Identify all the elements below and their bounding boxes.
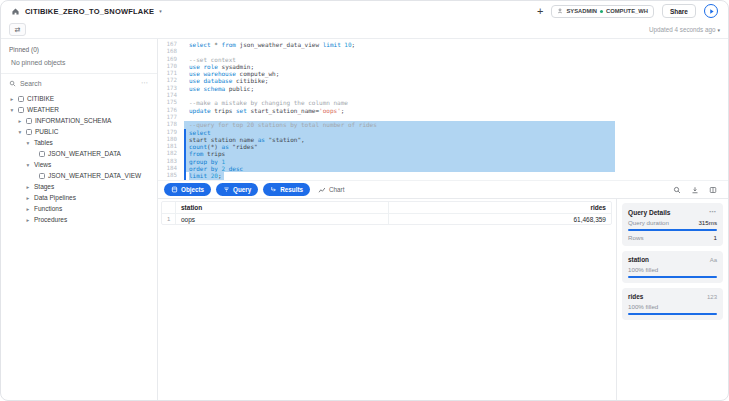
editor-line[interactable]: 182from trips (158, 150, 728, 157)
code-text: use database citibike; (184, 77, 615, 84)
editor-line[interactable]: 172use database citibike; (158, 77, 728, 84)
ellipsis-icon[interactable]: ⋯ (709, 208, 717, 216)
tree-item-label: Stages (34, 183, 54, 190)
updated-status[interactable]: Updated 4 seconds ago ▾ (649, 26, 720, 33)
editor-line[interactable]: 174 (158, 92, 728, 99)
editor-line[interactable]: 170use role sysadmin; (158, 63, 728, 70)
worksheet-title[interactable]: CITIBIKE_ZERO_TO_SNOWFLAKE (25, 7, 154, 16)
context-selector[interactable]: SYSADMIN COMPUTE_WH (551, 5, 653, 18)
share-button[interactable]: Share (662, 4, 696, 18)
editor-line[interactable]: 177 (158, 114, 728, 121)
line-number: 178 (158, 121, 184, 128)
chevron-down-icon[interactable]: ▾ (159, 8, 162, 14)
search-icon (9, 80, 16, 87)
line-number: 167 (158, 41, 184, 48)
toggle-objects[interactable]: Objects (164, 183, 211, 196)
code-text: --query for top 20 stations by total num… (184, 121, 615, 128)
query-icon (223, 186, 230, 193)
line-number: 168 (158, 48, 184, 55)
editor-line[interactable]: 180start_station_name as "station", (158, 136, 728, 143)
tree-item-weather[interactable]: ▾WEATHER (1, 104, 157, 115)
code-text: update trips set start_station_name='oop… (184, 107, 615, 114)
home-icon[interactable] (11, 7, 20, 16)
editor-line[interactable]: 169--set context (158, 56, 728, 63)
tree-item-json-weather-data[interactable]: JSON_WEATHER_DATA (1, 148, 157, 159)
table-row[interactable]: 1oops61,468,359 (162, 213, 611, 224)
editor-line[interactable]: 179select (158, 129, 728, 136)
station-cell[interactable]: oops (176, 214, 389, 224)
sql-editor[interactable]: 167select * from json_weather_data_view … (158, 39, 728, 180)
editor-line[interactable]: 184order by 2 desc (158, 165, 728, 172)
toggle-query[interactable]: Query (216, 183, 258, 196)
tree-item-functions[interactable]: ▸Functions (1, 203, 157, 214)
code-text: select * from json_weather_data_view lim… (184, 41, 615, 48)
editor-line[interactable]: 185limit 20; (158, 172, 728, 179)
chevron-down-icon[interactable]: ▾ (25, 140, 31, 146)
editor-line[interactable]: 183group by 1 (158, 158, 728, 165)
rides-cell[interactable]: 61,468,359 (389, 214, 611, 224)
editor-line[interactable]: 173use schema public; (158, 85, 728, 92)
column-stats-card-rides[interactable]: rides123100% filled (622, 288, 723, 320)
tree-item-views[interactable]: ▾Views (1, 159, 157, 170)
chevron-right-icon[interactable]: ▸ (9, 96, 15, 102)
code-text: --set context (184, 56, 615, 63)
stat-row: Query duration315ms (628, 219, 717, 226)
download-icon[interactable] (691, 186, 699, 194)
chevron-right-icon[interactable]: ▸ (25, 195, 31, 201)
toggle-results[interactable]: Results (263, 183, 310, 196)
object-search[interactable]: Search ⋯ (1, 74, 157, 91)
run-button[interactable] (704, 4, 718, 18)
chevron-right-icon[interactable]: ▸ (25, 217, 31, 223)
search-placeholder: Search (20, 80, 137, 87)
tree-item-procedures[interactable]: ▸Procedures (1, 214, 157, 225)
tree-item-citibike[interactable]: ▸CITIBIKE (1, 93, 157, 104)
column-header-rides[interactable]: rides (389, 202, 611, 213)
editor-line[interactable]: 167select * from json_weather_data_view … (158, 41, 728, 48)
chevron-down-icon[interactable]: ▾ (17, 129, 23, 135)
columns-icon[interactable] (709, 186, 717, 194)
new-worksheet-button[interactable]: + (537, 6, 543, 17)
object-browser-sidebar: Pinned (0) No pinned objects Search ⋯ ▸C… (1, 39, 158, 400)
code-text: start_station_name as "station", (184, 136, 615, 143)
results-table: stationrides1oops61,468,359 (161, 201, 612, 225)
tree-item-label: CITIBIKE (27, 95, 54, 102)
editor-line[interactable]: 175--make a mistake by changing the colu… (158, 99, 728, 106)
chevron-right-icon[interactable]: ▸ (25, 206, 31, 212)
tree-item-stages[interactable]: ▸Stages (1, 181, 157, 192)
tree-item-tables[interactable]: ▾Tables (1, 137, 157, 148)
tree-item-data-pipelines[interactable]: ▸Data Pipelines (1, 192, 157, 203)
line-number: 184 (158, 165, 184, 172)
editor-line[interactable]: 178--query for top 20 stations by total … (158, 121, 728, 128)
toggle-sidebar-button[interactable]: ⇄ (9, 23, 26, 36)
line-number: 181 (158, 143, 184, 150)
role-label: SYSADMIN (566, 8, 597, 14)
code-text (184, 114, 615, 121)
tree-item-label: PUBLIC (35, 128, 58, 135)
tree-item-label: WEATHER (27, 106, 59, 113)
tree-item-json-weather-data-view[interactable]: JSON_WEATHER_DATA_VIEW (1, 170, 157, 181)
column-header-station[interactable]: station (176, 202, 389, 213)
tree-item-public[interactable]: ▾PUBLIC (1, 126, 157, 137)
tree-item-label: JSON_WEATHER_DATA_VIEW (48, 172, 141, 179)
query-details-panel: Query Details⋯Query duration315msRows1st… (617, 199, 728, 400)
chevron-right-icon[interactable]: ▸ (25, 184, 31, 190)
tree-item-information-schema[interactable]: ▸INFORMATION_SCHEMA (1, 115, 157, 126)
toggle-chart[interactable]: Chart (315, 183, 347, 196)
editor-line[interactable]: 176update trips set start_station_name='… (158, 107, 728, 114)
editor-line[interactable]: 181count(*) as "rides" (158, 143, 728, 150)
chevron-down-icon[interactable]: ▾ (25, 162, 31, 168)
line-number: 182 (158, 150, 184, 157)
column-type-label: 123 (707, 294, 717, 300)
editor-line[interactable]: 168 (158, 48, 728, 55)
editor-line[interactable]: 171use warehouse compute_wh; (158, 70, 728, 77)
chevron-down-icon[interactable]: ▾ (9, 107, 15, 113)
tree-item-label: INFORMATION_SCHEMA (35, 117, 111, 124)
line-number: 170 (158, 63, 184, 70)
code-text: group by 1 (184, 158, 615, 165)
column-stats-card-station[interactable]: stationAa100% filled (622, 251, 723, 283)
search-icon[interactable] (673, 186, 681, 194)
more-options-icon[interactable]: ⋯ (141, 79, 149, 87)
tree-item-label: Views (34, 161, 51, 168)
line-number: 176 (158, 107, 184, 114)
chevron-right-icon[interactable]: ▸ (17, 118, 23, 124)
